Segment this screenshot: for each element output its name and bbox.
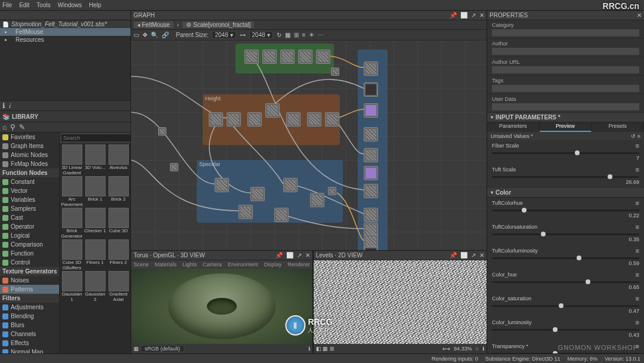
menu-windows[interactable]: Windows <box>58 2 82 8</box>
graph-node[interactable] <box>247 112 262 127</box>
channel-icon[interactable]: ◧ <box>316 346 321 352</box>
close-icon[interactable]: ✕ <box>479 12 484 19</box>
slider-menu-icon[interactable]: ≡ <box>636 223 639 230</box>
slider-track[interactable] <box>492 176 639 178</box>
thumb-arc-pavement[interactable]: Arc Pavement <box>61 176 83 207</box>
graph-node[interactable] <box>244 50 259 64</box>
lib-category-comparison[interactable]: Comparison <box>0 240 59 249</box>
grid-icon[interactable]: ▦ <box>323 346 328 352</box>
slider-track[interactable] <box>492 353 639 353</box>
menu-tools[interactable]: Tools <box>36 2 50 8</box>
tile-icon[interactable]: ⊞ <box>330 346 335 352</box>
lib-category-operator[interactable]: Operator <box>0 222 59 231</box>
thumb-brick-generator[interactable]: Brick Generator <box>61 208 83 238</box>
graph-node[interactable] <box>283 178 298 192</box>
slider-knob[interactable] <box>608 174 612 179</box>
thumb-brick-1[interactable]: Brick 1 <box>84 176 106 207</box>
lib-category-blurs[interactable]: Blurs <box>0 321 59 330</box>
tool-refresh-icon[interactable]: ↻ <box>277 32 281 38</box>
lib-search-icon[interactable]: ⚲ <box>10 123 16 131</box>
prop-field[interactable] <box>492 85 639 92</box>
breadcrumb-current[interactable]: ⚙ Scale[voronoi_fractal] <box>182 21 254 28</box>
slider-track[interactable] <box>492 257 639 259</box>
graph-node[interactable] <box>364 103 378 118</box>
graph-node[interactable] <box>227 112 241 127</box>
info-icon[interactable]: ℹ <box>2 101 5 110</box>
graph-node[interactable] <box>364 61 378 76</box>
slider-track[interactable] <box>492 233 639 235</box>
maximize-icon[interactable]: ⬜ <box>460 12 467 19</box>
slider-knob[interactable] <box>522 208 527 213</box>
graph-node[interactable] <box>239 205 253 219</box>
graph-canvas[interactable]: HeightSpecular <box>131 41 487 250</box>
graph-node[interactable] <box>286 112 301 127</box>
tab-renderer[interactable]: Renderer <box>287 262 310 267</box>
parent-height-dropdown[interactable]: 2048 ▾ <box>249 31 273 39</box>
slider-knob[interactable] <box>553 351 558 353</box>
tool-link-icon[interactable]: 🔗 <box>162 32 169 38</box>
lib-category-texture-generators[interactable]: Texture Generators <box>0 267 59 276</box>
prop-field[interactable] <box>492 103 639 110</box>
slider-menu-icon[interactable]: ≡ <box>636 199 639 207</box>
lib-home-icon[interactable]: ⌂ <box>2 123 7 131</box>
thumb-fibers-1[interactable]: Fibers 1 <box>84 239 106 270</box>
maximize-icon[interactable]: ⬜ <box>460 252 467 259</box>
graph-node[interactable] <box>310 193 324 207</box>
maximize-icon[interactable]: ⬜ <box>286 252 293 259</box>
prop-field[interactable] <box>492 48 639 55</box>
slider-menu-icon[interactable]: ≡ <box>636 166 639 173</box>
center-icon[interactable]: ○ <box>476 346 479 352</box>
slider-track[interactable] <box>492 329 639 331</box>
slider-menu-icon[interactable]: ≡ <box>636 343 639 350</box>
thumb-fibers-2[interactable]: Fibers 2 <box>107 239 129 270</box>
tab-camera[interactable]: Camera <box>203 262 222 267</box>
thumb-3d-volu-[interactable]: 3D Volu... <box>84 144 106 175</box>
thumb-3d-linear-gradient[interactable]: 3D Linear Gradient <box>61 144 83 175</box>
graph-node[interactable] <box>364 208 378 222</box>
close-icon[interactable]: ✕ <box>479 252 484 259</box>
lib-category-fxmap-nodes[interactable]: FxMap Nodes <box>0 159 59 168</box>
slider-knob[interactable] <box>541 232 546 236</box>
tool-select-icon[interactable]: ▭ <box>134 32 139 38</box>
close-icon[interactable]: ✕ <box>637 12 642 19</box>
tool-move-icon[interactable]: ✥ <box>143 32 147 38</box>
thumb-cube-3d-gbuffers[interactable]: Cube 3D GBuffers <box>61 239 83 270</box>
ruler-icon[interactable]: ⟷ <box>442 346 450 352</box>
graph-node[interactable] <box>325 112 339 127</box>
graph-node[interactable] <box>215 178 229 192</box>
lib-category-variables[interactable]: Variables <box>0 195 59 204</box>
tab-parameters[interactable]: Parameters <box>487 122 540 132</box>
view-3d-canvas[interactable] <box>131 269 312 344</box>
graph-node[interactable] <box>307 112 321 127</box>
graph-node[interactable] <box>250 187 265 201</box>
thumb-alveolus[interactable]: Alveolus <box>107 144 129 175</box>
graph-node[interactable] <box>209 112 223 127</box>
lib-category-logical[interactable]: Logical <box>0 231 59 240</box>
lib-category-noises[interactable]: Noises <box>0 276 59 285</box>
graph-node[interactable] <box>265 103 280 118</box>
graph-node[interactable] <box>298 50 312 64</box>
colorspace-icon[interactable]: ▦ <box>134 346 139 352</box>
slider-menu-icon[interactable]: ≡ <box>636 295 639 302</box>
italic-icon[interactable]: 𝑖 <box>9 101 11 110</box>
thumb-gaussian-1[interactable]: Gaussian 1 <box>61 271 83 302</box>
prop-field[interactable] <box>492 29 639 36</box>
info-icon[interactable]: ℹ <box>308 346 310 352</box>
graph-node[interactable] <box>262 50 277 64</box>
tab-environment[interactable]: Environment <box>228 262 258 267</box>
slider-track[interactable] <box>492 152 639 154</box>
slider-menu-icon[interactable]: ≡ <box>636 271 639 278</box>
view-2d-canvas[interactable] <box>314 260 487 344</box>
lib-category-favorites[interactable]: Favorites <box>0 133 59 141</box>
graph-node[interactable] <box>170 163 178 171</box>
link-dims-icon[interactable]: ⊶ <box>240 32 246 38</box>
slider-menu-icon[interactable]: ≡ <box>636 142 639 149</box>
lib-category-function[interactable]: Function <box>0 249 59 258</box>
popout-icon[interactable]: ↗ <box>297 252 302 259</box>
tab-presets[interactable]: Presets <box>592 122 644 132</box>
slider-menu-icon[interactable]: ≡ <box>636 247 639 254</box>
tool-highlight-icon[interactable]: ☀ <box>309 32 314 38</box>
lib-edit-icon[interactable]: ✎ <box>19 123 25 131</box>
popout-icon[interactable]: ↗ <box>471 12 476 19</box>
close-icon[interactable]: ✕ <box>305 252 310 259</box>
